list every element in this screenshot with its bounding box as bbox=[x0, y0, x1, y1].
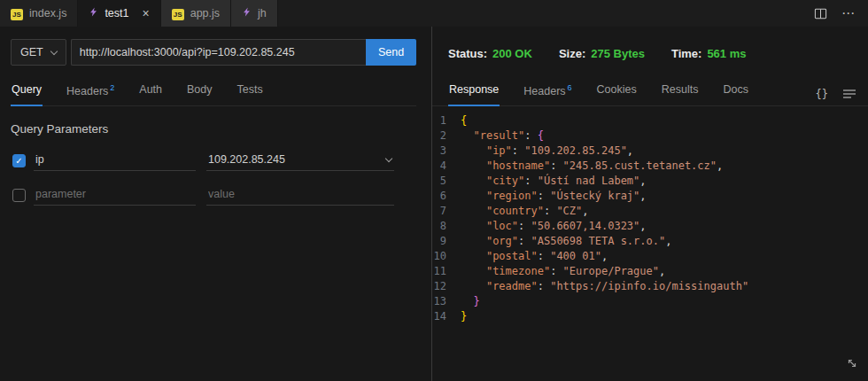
code-line: 7 "country": "CZ", bbox=[432, 204, 868, 219]
size-group: Size:275 Bytes bbox=[559, 47, 645, 60]
code-line: 4 "hostname": "245.85.cust.tetanet.cz", bbox=[432, 159, 868, 174]
response-panel: Status:200 OK Size:275 Bytes Time:561 ms… bbox=[432, 27, 868, 381]
response-tab-cookies[interactable]: Cookies bbox=[596, 76, 638, 106]
code-line: 8 "loc": "50.6607,14.0323", bbox=[432, 219, 868, 234]
tabbar-actions: ⋯ bbox=[802, 0, 868, 27]
param-value-input[interactable] bbox=[206, 150, 394, 171]
code-line: 14} bbox=[432, 309, 868, 324]
line-number: 4 bbox=[432, 159, 461, 174]
size-value: 275 Bytes bbox=[591, 47, 645, 60]
tab-count-badge: 6 bbox=[568, 83, 572, 92]
response-code: 1{2 "result": {3 "ip": "109.202.85.245",… bbox=[432, 106, 868, 324]
param-name-input[interactable] bbox=[34, 184, 196, 206]
editor-tab-bar: JSindex.jstest1×JSapp.jsjh ⋯ bbox=[0, 0, 868, 27]
code-line: 3 "ip": "109.202.85.245", bbox=[432, 144, 868, 159]
editor-tab-jh[interactable]: jh bbox=[231, 0, 278, 27]
code-line: 10 "postal": "400 01", bbox=[432, 249, 868, 264]
code-line: 12 "readme": "https://ipinfo.io/missinga… bbox=[432, 279, 868, 294]
close-tab-icon[interactable]: × bbox=[143, 7, 150, 19]
time-group: Time:561 ms bbox=[671, 47, 747, 60]
request-tab-auth[interactable]: Auth bbox=[138, 76, 163, 106]
status-value: 200 OK bbox=[492, 47, 532, 60]
request-bar: GET Send bbox=[11, 39, 416, 66]
param-name-input[interactable] bbox=[34, 150, 196, 171]
thunder-client-icon bbox=[242, 6, 252, 20]
line-number: 2 bbox=[432, 128, 461, 144]
response-tabs-row: ResponseHeaders6CookiesResultsDocs {} bbox=[432, 76, 868, 106]
thunder-client-icon bbox=[89, 6, 98, 20]
code-line: 5 "city": "Ústí nad Labem", bbox=[432, 174, 868, 189]
split-editor-icon[interactable] bbox=[814, 7, 827, 20]
code-line: 11 "timezone": "Europe/Prague", bbox=[432, 264, 868, 279]
editor-tab-index.js[interactable]: JSindex.js bbox=[0, 0, 78, 27]
param-value-input[interactable] bbox=[206, 184, 394, 206]
code-line: 6 "region": "Ústecký kraj", bbox=[432, 189, 868, 204]
response-tab-docs[interactable]: Docs bbox=[722, 76, 748, 106]
request-tabs-row: QueryHeaders2AuthBodyTests bbox=[11, 76, 416, 106]
editor-tab-label: index.js bbox=[29, 7, 66, 19]
editor-tab-label: app.js bbox=[190, 7, 220, 19]
format-code-icon[interactable]: {} bbox=[816, 88, 828, 100]
editor-tab-label: test1 bbox=[105, 7, 128, 19]
more-actions-icon[interactable]: ⋯ bbox=[841, 5, 856, 21]
line-number: 8 bbox=[432, 219, 461, 234]
resize-handle-icon[interactable] bbox=[846, 357, 858, 373]
response-meta: Status:200 OK Size:275 Bytes Time:561 ms bbox=[432, 39, 868, 67]
js-file-icon: JS bbox=[11, 7, 23, 20]
request-tab-headers[interactable]: Headers2 bbox=[66, 76, 115, 106]
param-checkbox[interactable]: ✓ bbox=[12, 154, 26, 167]
response-actions: {} bbox=[816, 88, 856, 105]
response-tab-group: ResponseHeaders6CookiesResultsDocs bbox=[448, 76, 749, 105]
request-panel: GET Send QueryHeaders2AuthBodyTests Quer… bbox=[0, 27, 431, 381]
time-label: Time: bbox=[671, 47, 701, 60]
line-number: 1 bbox=[432, 113, 461, 128]
send-button[interactable]: Send bbox=[366, 39, 416, 66]
editor-tab-group: JSindex.jstest1×JSapp.jsjh bbox=[0, 0, 278, 27]
status-group: Status:200 OK bbox=[448, 47, 532, 60]
line-number: 6 bbox=[432, 189, 461, 204]
line-number: 9 bbox=[432, 234, 461, 249]
tab-count-badge: 2 bbox=[110, 83, 114, 92]
query-rows: ✓ bbox=[11, 150, 416, 206]
request-tab-tests[interactable]: Tests bbox=[236, 76, 264, 106]
method-label: GET bbox=[20, 46, 43, 58]
menu-lines-icon[interactable] bbox=[843, 89, 856, 99]
editor-tab-label: jh bbox=[258, 7, 267, 19]
line-number: 5 bbox=[432, 174, 461, 189]
status-label: Status: bbox=[448, 47, 487, 60]
response-tab-response[interactable]: Response bbox=[448, 76, 500, 106]
query-param-row: ✓ bbox=[11, 150, 416, 171]
line-number: 3 bbox=[432, 144, 461, 159]
js-file-icon: JS bbox=[172, 7, 184, 20]
line-number: 11 bbox=[432, 264, 461, 279]
editor-tab-test1[interactable]: test1× bbox=[78, 0, 160, 27]
line-number: 10 bbox=[432, 249, 461, 264]
response-tab-headers[interactable]: Headers6 bbox=[523, 76, 572, 106]
line-number: 7 bbox=[432, 204, 461, 219]
response-tab-results[interactable]: Results bbox=[661, 76, 700, 106]
method-select[interactable]: GET bbox=[11, 39, 66, 66]
query-param-row bbox=[11, 184, 416, 206]
code-line: 13 } bbox=[432, 294, 868, 309]
editor-tab-app.js[interactable]: JSapp.js bbox=[161, 0, 231, 27]
url-input[interactable] bbox=[71, 39, 366, 66]
time-value: 561 ms bbox=[707, 47, 746, 60]
code-line: 1{ bbox=[432, 113, 868, 128]
line-number: 13 bbox=[432, 294, 461, 309]
param-checkbox[interactable] bbox=[12, 189, 26, 202]
line-number: 14 bbox=[432, 309, 461, 324]
line-number: 12 bbox=[432, 279, 461, 294]
request-tab-query[interactable]: Query bbox=[11, 76, 43, 106]
request-tab-body[interactable]: Body bbox=[186, 76, 213, 106]
query-parameters-title: Query Parameters bbox=[11, 122, 416, 136]
chevron-down-icon bbox=[50, 47, 57, 54]
size-label: Size: bbox=[559, 47, 585, 60]
request-tab-group: QueryHeaders2AuthBodyTests bbox=[11, 76, 264, 105]
code-line: 9 "org": "AS50698 TETA s.r.o.", bbox=[432, 234, 868, 249]
thunder-client-main: GET Send QueryHeaders2AuthBodyTests Quer… bbox=[0, 27, 868, 381]
code-line: 2 "result": { bbox=[432, 128, 868, 144]
